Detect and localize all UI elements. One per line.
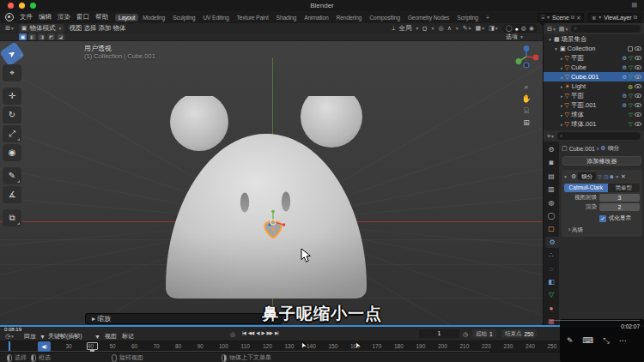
tab-catmull-clark[interactable]: Catmull-Clark (564, 184, 608, 192)
delete-scene-icon[interactable]: ✕ (576, 15, 580, 21)
outliner-item[interactable]: ▸▽Cube.001⚙▽ (544, 72, 644, 81)
collection-checkbox[interactable] (628, 46, 633, 51)
properties-tab-object-data[interactable]: ▽ (545, 289, 557, 300)
visibility-eye-icon[interactable] (635, 84, 641, 88)
properties-search-input[interactable]: ⌕ (557, 132, 641, 140)
pan-hand-icon[interactable]: ✋ (520, 94, 532, 104)
properties-tab-world[interactable]: ◯ (545, 210, 557, 221)
window-menu-icon[interactable]: ▤ (631, 2, 637, 9)
frame-start-field[interactable]: 起始1 (472, 329, 496, 338)
visibility-eye-icon[interactable] (635, 75, 641, 79)
proportional-falloff-icon[interactable]: ∧ (447, 25, 452, 32)
gizmo-y-handle[interactable] (271, 210, 275, 214)
material-preview-shading-icon[interactable]: ◍ (521, 25, 526, 32)
current-frame-field[interactable]: 1 (419, 329, 459, 338)
timeline-editor[interactable]: 0:08:19 ◷▼ 回放 ▼ 关键帧(插帧) ▼ 视图 标记 ◎ |◀◀◀◀▶… (0, 327, 644, 352)
next-keyframe-button[interactable]: ▶▶ (267, 330, 272, 335)
outliner-item[interactable]: ▸▽球体.001▽ (544, 119, 644, 129)
outliner-item[interactable]: ▸▽平面.001⚙▽ (544, 100, 644, 110)
solid-shading-icon[interactable]: ● (515, 26, 519, 32)
add-workspace-button[interactable]: + (483, 14, 493, 21)
xray-toggle-icon[interactable]: ◨▼ (489, 25, 499, 32)
visibility-eye-icon[interactable] (635, 112, 641, 117)
annotate-tool[interactable]: ✎ (3, 167, 21, 184)
wireframe-shading-icon[interactable]: ◯ (506, 25, 513, 32)
workspace-tab[interactable]: Compositing (366, 14, 404, 21)
visibility-eye-icon[interactable] (635, 94, 641, 98)
orientation-dropdown[interactable]: 全局 (398, 24, 411, 33)
workspace-tab[interactable]: Layout (115, 14, 138, 21)
jump-to-start-button[interactable]: |◀ (242, 330, 246, 335)
select-mode-0[interactable]: ▣ (19, 33, 27, 40)
zoom-icon[interactable]: ⌕ (520, 81, 532, 92)
modifier-extras-icon[interactable]: ▼ (615, 174, 619, 179)
tab-simple[interactable]: 简单型 (608, 184, 640, 192)
menu-编辑[interactable]: 编辑 (39, 13, 52, 21)
outliner-row-collection[interactable]: ▼ ▣ Collection (544, 44, 644, 53)
expand-icon[interactable]: ▸ (561, 103, 563, 108)
proportional-editing-icon[interactable]: ◎ (439, 25, 444, 32)
3d-viewport[interactable]: ⊞▼ ▣ 物体模式 ▼ 视图选择添加物体 ⟘ 全局 ▼ Ω ▼ ◎ ∧ ▼ ✎▼… (0, 23, 543, 327)
right-ear[interactable] (301, 96, 362, 148)
menu-view[interactable]: 视图 (105, 332, 117, 341)
options-dropdown[interactable]: 选项 ▼ (506, 33, 524, 41)
outliner-item[interactable]: ▸▽球体▽ (544, 110, 644, 119)
advanced-section[interactable]: › 高级 (568, 226, 641, 234)
properties-tab-view-layer[interactable]: ▥ (545, 184, 557, 195)
optimal-display-checkbox[interactable]: ✓ (599, 215, 606, 222)
snap-magnet-icon[interactable]: Ω (422, 26, 427, 32)
select-box-tool[interactable]: ➤ (0, 41, 25, 66)
render-toggle-icon[interactable]: ◙ (611, 174, 614, 179)
gizmo-x-handle[interactable] (283, 223, 286, 226)
menu-窗口[interactable]: 窗口 (76, 13, 89, 21)
rendered-shading-icon[interactable]: ◉ (529, 25, 534, 32)
menu-渲染[interactable]: 渲染 (58, 13, 70, 21)
camera-view-icon[interactable]: ⌻ (520, 106, 532, 116)
workspace-tab[interactable]: Animation (301, 14, 331, 21)
show-gizmo-icon[interactable]: ✎▼ (463, 25, 472, 32)
properties-tab-render[interactable]: ◙ (545, 157, 557, 168)
levels-viewport-field[interactable]: 3 (599, 194, 640, 202)
mouse-head-model[interactable] (146, 96, 386, 311)
add-cube-tool[interactable]: ⧉ (3, 209, 21, 226)
scene-selector[interactable]: ⌸ ▼ Scene ⧉ ✕ (538, 13, 584, 22)
properties-tab-tool[interactable]: ⚙ (545, 144, 557, 155)
menu-playback[interactable]: 回放 (24, 332, 36, 341)
breadcrumb-object[interactable]: Cube.001 (569, 146, 595, 152)
properties-tab-physics[interactable]: ◌ (545, 263, 557, 275)
properties-tab-object[interactable]: ▢ (545, 223, 557, 234)
menu-marker[interactable]: 标记 (122, 332, 134, 341)
properties-tab-material[interactable]: ● (545, 303, 557, 314)
visibility-eye-icon[interactable] (635, 122, 641, 126)
new-scene-icon[interactable]: ⧉ (571, 15, 574, 21)
view-layer-selector[interactable]: ≣ ▼ ViewLayer ⧉ (588, 13, 641, 22)
select-mode-4[interactable]: ◪ (57, 33, 64, 40)
left-eye[interactable] (240, 193, 249, 213)
collapse-icon[interactable]: ▼ (548, 37, 552, 42)
workspace-tab[interactable]: Texture Paint (234, 14, 272, 21)
properties-tab-particles[interactable]: ∴ (545, 250, 557, 261)
workspace-tab[interactable]: Rendering (333, 14, 366, 21)
more-options-icon[interactable]: ⋯ (619, 336, 627, 346)
menu-文件[interactable]: 文件 (20, 13, 33, 21)
timeline-editor-icon[interactable]: ◷▼ (5, 333, 15, 340)
outliner-row-scene-collection[interactable]: ▼ ▦ 场景集合 (544, 34, 644, 44)
move-tool[interactable]: ✛ (3, 87, 21, 105)
expand-icon[interactable]: ▸ (561, 56, 563, 61)
expand-icon[interactable]: ▸ (561, 94, 563, 99)
new-view-layer-icon[interactable]: ⧉ (634, 15, 637, 21)
collapse-icon[interactable]: ▼ (554, 46, 558, 51)
close-icon[interactable]: ✕ (621, 173, 626, 180)
outliner-item[interactable]: ▸▽平面⚙▽ (544, 53, 644, 63)
left-ear[interactable] (170, 96, 228, 151)
outliner-item[interactable]: ▸▽平面⚙▽ (544, 91, 644, 100)
edit-mode-toggle-icon[interactable]: ▽ (598, 173, 602, 179)
cursor-tool[interactable]: ⌖ (3, 64, 21, 81)
workspace-tab[interactable]: Sculpting (169, 14, 198, 21)
expand-icon[interactable]: ▸ (561, 84, 563, 89)
menu-keying[interactable]: 关键帧(插帧) (48, 332, 82, 341)
editor-type-icon[interactable]: ⊞▼ (5, 25, 15, 32)
viewport-menu[interactable]: 添加 (98, 24, 111, 32)
play-reverse-button[interactable]: ◀ (256, 330, 258, 335)
mode-dropdown[interactable]: ▣ 物体模式 ▼ (19, 24, 65, 33)
